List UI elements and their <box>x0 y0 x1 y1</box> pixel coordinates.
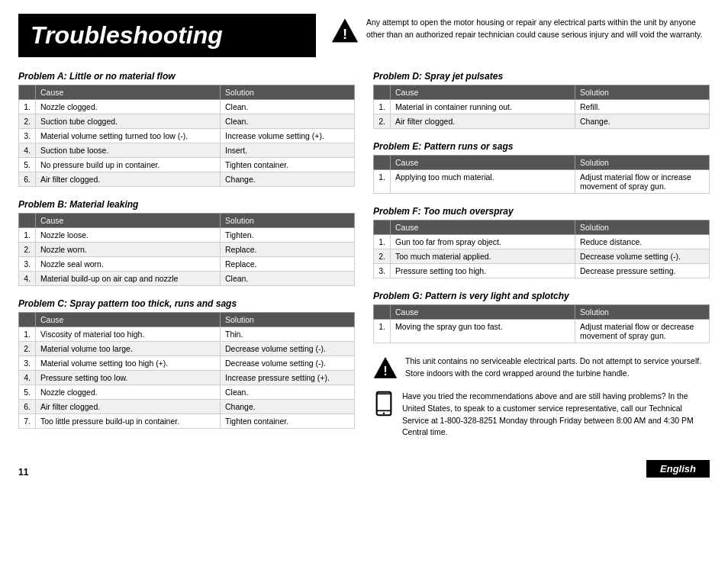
row-solution: Adjust material flow or increase movemen… <box>575 170 710 194</box>
row-num: 2. <box>374 114 391 129</box>
row-cause: Pressure setting too high. <box>391 264 575 278</box>
problem-f-table: Cause Solution 1.Gun too far from spray … <box>373 220 710 278</box>
col-num-a <box>19 85 36 100</box>
row-cause: Air filter clogged. <box>36 172 221 187</box>
row-solution: Thin. <box>221 327 355 342</box>
row-cause: Material in container running out. <box>391 100 575 114</box>
problem-g-title: Problem G: Pattern is very light and spl… <box>373 291 710 301</box>
col-solution-d: Solution <box>575 85 710 100</box>
row-cause: Air filter clogged. <box>36 400 221 414</box>
row-num: 3. <box>374 264 391 278</box>
row-cause: Nozzle loose. <box>36 228 221 243</box>
row-solution: Tighten container. <box>221 414 355 429</box>
row-solution: Decrease volume setting (-). <box>221 356 355 371</box>
row-num: 4. <box>19 371 36 385</box>
row-cause: Viscosity of material too high. <box>36 327 221 342</box>
row-cause: Nozzle seal worn. <box>36 257 221 272</box>
page-footer: 11 English <box>18 460 710 478</box>
row-num: 2. <box>19 342 36 356</box>
row-solution: Decrease volume setting (-). <box>221 342 355 356</box>
col-num-f <box>374 220 391 235</box>
col-cause-a: Cause <box>36 85 221 100</box>
row-num: 4. <box>19 272 36 286</box>
right-column: Problem D: Spray jet pulsates Cause Solu… <box>373 71 710 446</box>
col-num-b <box>19 214 36 228</box>
problem-c-table: Cause Solution 1.Viscosity of material t… <box>18 312 355 429</box>
svg-text:!: ! <box>343 26 347 42</box>
row-solution: Clean. <box>221 100 355 114</box>
col-cause-e: Cause <box>391 156 575 170</box>
footer-area: ! This unit contains no serviceable elec… <box>373 355 710 439</box>
table-row: 1.Gun too far from spray object.Reduce d… <box>374 235 710 249</box>
problem-a-title: Problem A: Little or no material flow <box>18 71 355 82</box>
col-num-g <box>374 305 391 320</box>
page-title: Troubleshooting <box>31 21 299 50</box>
row-cause: Too little pressure build-up in containe… <box>36 414 221 429</box>
row-cause: Gun too far from spray object. <box>391 235 575 249</box>
row-cause: Moving the spray gun too fast. <box>391 320 575 343</box>
footer-warning: ! This unit contains no serviceable elec… <box>373 355 710 380</box>
problem-a-section: Problem A: Little or no material flow Ca… <box>18 71 355 187</box>
row-num: 3. <box>19 356 36 371</box>
row-num: 1. <box>374 235 391 249</box>
col-solution-f: Solution <box>575 220 710 235</box>
col-cause-f: Cause <box>391 220 575 235</box>
table-row: 6.Air filter clogged.Change. <box>19 400 355 414</box>
table-row: 1.Nozzle loose.Tighten. <box>19 228 355 243</box>
main-content: Problem A: Little or no material flow Ca… <box>18 71 710 446</box>
svg-point-8 <box>383 412 385 414</box>
row-solution: Adjust material flow or decrease movemen… <box>575 320 710 343</box>
row-solution: Change. <box>221 172 355 187</box>
problem-d-table: Cause Solution 1.Material in container r… <box>373 85 710 129</box>
row-num: 5. <box>19 385 36 400</box>
col-solution-b: Solution <box>221 214 355 228</box>
problem-d-title: Problem D: Spray jet pulsates <box>373 71 710 82</box>
problem-e-section: Problem E: Pattern runs or sags Cause So… <box>373 141 710 194</box>
row-solution: Reduce distance. <box>575 235 710 249</box>
row-num: 6. <box>19 172 36 187</box>
problem-c-section: Problem C: Spray pattern too thick, runs… <box>18 298 355 429</box>
row-cause: Suction tube loose. <box>36 143 221 158</box>
row-num: 1. <box>19 100 36 114</box>
problem-f-section: Problem F: Too much overspray Cause Solu… <box>373 206 710 278</box>
col-solution-c: Solution <box>221 313 355 327</box>
row-num: 3. <box>19 129 36 143</box>
row-solution: Insert. <box>221 143 355 158</box>
col-solution-g: Solution <box>575 305 710 320</box>
row-num: 2. <box>374 249 391 264</box>
title-box: Troubleshooting <box>18 14 316 57</box>
row-cause: Nozzle worn. <box>36 243 221 257</box>
problem-f-title: Problem F: Too much overspray <box>373 206 710 217</box>
col-cause-d: Cause <box>391 85 575 100</box>
table-row: 4.Pressure setting too low.Increase pres… <box>19 371 355 385</box>
row-num: 2. <box>19 243 36 257</box>
table-row: 1.Moving the spray gun too fast.Adjust m… <box>374 320 710 343</box>
footer-phone-text: Have you tried the recommendations above… <box>402 391 710 439</box>
row-solution: Change. <box>575 114 710 129</box>
problem-e-table: Cause Solution 1.Applying too much mater… <box>373 155 710 194</box>
table-row: 3.Material volume setting turned too low… <box>19 129 355 143</box>
row-solution: Clean. <box>221 385 355 400</box>
table-row: 2.Air filter clogged.Change. <box>374 114 710 129</box>
row-solution: Tighten container. <box>221 158 355 172</box>
row-cause: Suction tube clogged. <box>36 114 221 129</box>
table-row: 1.Nozzle clogged.Clean. <box>19 100 355 114</box>
row-solution: Decrease pressure setting. <box>575 264 710 278</box>
table-row: 5.Nozzle clogged.Clean. <box>19 385 355 400</box>
language-badge: English <box>646 460 710 478</box>
table-row: 1.Applying too much material.Adjust mate… <box>374 170 710 194</box>
problem-b-section: Problem B: Material leaking Cause Soluti… <box>18 199 355 286</box>
row-solution: Increase pressure setting (+). <box>221 371 355 385</box>
row-num: 1. <box>374 320 391 343</box>
row-solution: Replace. <box>221 243 355 257</box>
footer-phone: Have you tried the recommendations above… <box>373 391 710 439</box>
row-cause: Material volume setting turned too low (… <box>36 129 221 143</box>
problem-b-table: Cause Solution 1.Nozzle loose.Tighten.2.… <box>18 213 355 286</box>
row-cause: Pressure setting too low. <box>36 371 221 385</box>
row-solution: Refill. <box>575 100 710 114</box>
row-cause: Material volume setting too high (+). <box>36 356 221 371</box>
table-row: 3.Pressure setting too high.Decrease pre… <box>374 264 710 278</box>
table-row: 3.Material volume setting too high (+).D… <box>19 356 355 371</box>
col-cause-c: Cause <box>36 313 221 327</box>
row-solution: Tighten. <box>221 228 355 243</box>
